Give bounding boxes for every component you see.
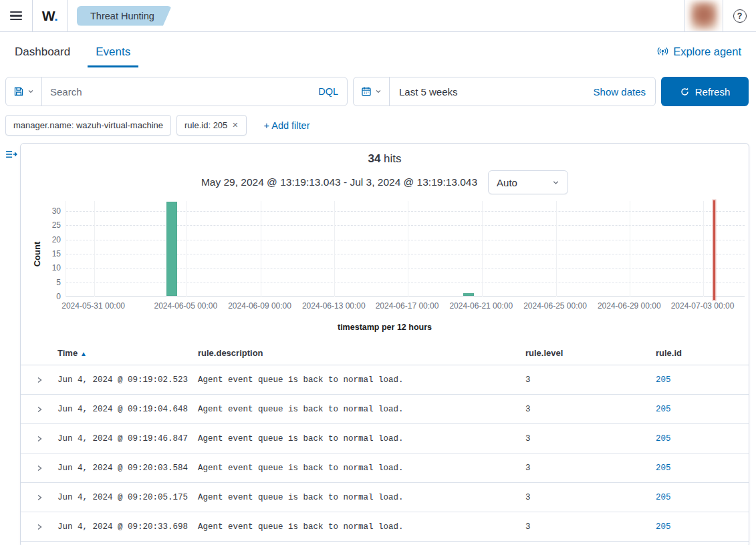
cell-rule-description: Agent event queue is back to normal load… [198, 375, 525, 385]
events-table: Time▲ rule.description rule.level rule.i… [21, 341, 749, 542]
expand-cell [21, 494, 57, 502]
chevron-down-icon [27, 88, 34, 95]
plot-area [66, 201, 745, 297]
expand-cell [21, 376, 57, 384]
cell-time: Jun 4, 2024 @ 09:19:46.847 [57, 434, 198, 443]
rule-id-link[interactable]: 205 [656, 464, 671, 473]
cell-time: Jun 4, 2024 @ 09:20:03.584 [57, 464, 198, 473]
histogram-bar[interactable] [166, 202, 177, 296]
help-cell: ? [723, 0, 756, 31]
breadcrumb-threat-hunting[interactable]: Threat Hunting [77, 6, 172, 26]
expand-row-icon[interactable] [35, 523, 43, 531]
cell-time: Jun 4, 2024 @ 09:19:02.523 [57, 375, 198, 385]
cell-rule-level: 3 [525, 493, 656, 502]
topbar-spacer [172, 0, 684, 31]
sort-asc-icon: ▲ [80, 350, 87, 357]
rule-id-link[interactable]: 205 [656, 375, 671, 385]
hits-number: 34 [368, 152, 380, 165]
filter-pill[interactable]: manager.name: wazuh-virtual-machine [5, 115, 171, 136]
search-input[interactable] [42, 77, 318, 106]
x-tick-label: 2024-07-03 00:00 [659, 301, 746, 311]
histogram-chart: Count 0510152025302024-05-31 00:002024-0… [21, 201, 749, 317]
expand-row-icon[interactable] [35, 494, 43, 502]
table-row: Jun 4, 2024 @ 09:20:33.698Agent event qu… [21, 512, 749, 542]
cell-rule-level: 3 [525, 464, 656, 473]
x-gridline [408, 201, 408, 297]
y-tick-label: 5 [41, 278, 61, 287]
events-panel: 34 hits May 29, 2024 @ 13:19:13.043 - Ju… [20, 143, 749, 545]
rule-id-link[interactable]: 205 [656, 522, 671, 532]
cell-rule-id: 205 [656, 375, 749, 385]
logo-text: W. [42, 8, 58, 24]
histogram-bar[interactable] [463, 293, 474, 296]
saved-query-menu-button[interactable] [6, 77, 42, 106]
expand-cell [21, 523, 57, 531]
search-bar: DQL [5, 77, 348, 106]
chevron-down-icon [375, 88, 382, 95]
tab-events[interactable]: Events [96, 32, 130, 71]
cell-rule-description: Agent event queue is back to normal load… [198, 405, 525, 414]
column-header-rule-level: rule.level [525, 348, 656, 358]
column-header-rule-id: rule.id [656, 348, 749, 358]
user-menu[interactable] [684, 0, 723, 31]
cell-time: Jun 4, 2024 @ 09:20:33.698 [57, 522, 198, 532]
explore-agent-button[interactable]: Explore agent [657, 45, 741, 58]
cell-rule-level: 3 [525, 522, 656, 532]
remove-filter-icon[interactable]: ✕ [232, 121, 238, 130]
date-picker: Last 5 weeks Show dates [353, 77, 656, 106]
cell-rule-id: 205 [656, 493, 749, 502]
cell-rule-description: Agent event queue is back to normal load… [198, 434, 525, 443]
cell-rule-description: Agent event queue is back to normal load… [198, 464, 525, 473]
x-gridline [261, 201, 261, 297]
x-gridline [482, 201, 483, 297]
filter-pill-label: rule.id: 205 [184, 120, 227, 130]
chevron-down-icon [552, 179, 559, 186]
dql-button[interactable]: DQL [318, 77, 347, 106]
logo-dot: . [54, 8, 57, 23]
column-header-time[interactable]: Time▲ [57, 348, 198, 358]
filter-pill[interactable]: rule.id: 205✕ [176, 115, 247, 136]
rule-id-link[interactable]: 205 [656, 434, 671, 443]
hits-count: 34 hits [21, 152, 749, 166]
x-gridline [334, 201, 335, 297]
y-tick-label: 10 [41, 263, 61, 272]
x-tick-label: 2024-05-31 00:00 [50, 301, 137, 311]
help-icon[interactable]: ? [733, 9, 747, 23]
refresh-icon [680, 87, 690, 97]
time-range-value[interactable]: Last 5 weeks [390, 77, 594, 106]
expand-row-icon[interactable] [35, 405, 43, 413]
tab-dashboard[interactable]: Dashboard [15, 32, 70, 71]
date-quick-menu-button[interactable] [354, 77, 390, 106]
cell-rule-level: 3 [525, 405, 656, 414]
y-tick-label: 15 [41, 249, 61, 258]
rule-id-link[interactable]: 205 [656, 493, 671, 502]
chart-time-range: May 29, 2024 @ 13:19:13.043 - Jul 3, 202… [201, 176, 477, 188]
expand-row-icon[interactable] [35, 464, 43, 472]
wazuh-logo[interactable]: W. [33, 0, 68, 31]
cell-rule-description: Agent event queue is back to normal load… [198, 493, 525, 502]
expand-cell [21, 405, 57, 413]
x-gridline [556, 201, 557, 297]
expand-row-icon[interactable] [35, 376, 43, 384]
refresh-button[interactable]: Refresh [661, 77, 749, 106]
show-dates-button[interactable]: Show dates [594, 77, 655, 106]
column-header-rule-description: rule.description [198, 348, 525, 358]
module-tabs: Dashboard Events Explore agent [0, 32, 756, 71]
y-tick-label: 20 [41, 235, 61, 244]
add-filter-button[interactable]: + Add filter [264, 120, 310, 131]
interval-select[interactable]: Auto [488, 170, 568, 194]
table-row: Jun 4, 2024 @ 09:19:04.648Agent event qu… [21, 395, 749, 424]
rule-id-link[interactable]: 205 [656, 405, 671, 414]
menu-button[interactable] [0, 0, 33, 31]
interval-value: Auto [497, 177, 517, 188]
x-axis-title: timestamp per 12 hours [21, 323, 749, 332]
table-row: Jun 4, 2024 @ 09:19:46.847Agent event qu… [21, 424, 749, 453]
cell-time: Jun 4, 2024 @ 09:20:05.175 [57, 493, 198, 502]
current-time-marker [713, 200, 715, 300]
query-bar: DQL Last 5 weeks Show dates Refresh [5, 77, 749, 106]
expand-sidebar-icon[interactable] [5, 148, 17, 163]
cell-rule-id: 205 [656, 522, 749, 532]
calendar-icon [361, 86, 372, 97]
expand-row-icon[interactable] [35, 435, 43, 443]
cell-rule-level: 3 [525, 434, 656, 443]
